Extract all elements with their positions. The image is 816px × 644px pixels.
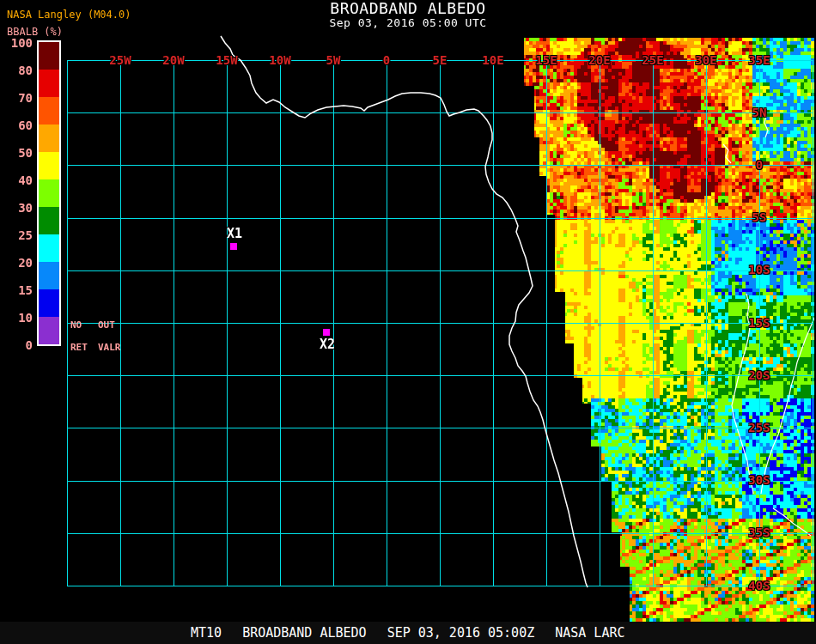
- credit-label: NASA Langley (M04.0): [7, 9, 131, 21]
- flag-ret: RET: [70, 342, 98, 353]
- footer-product: MT10: [191, 625, 222, 641]
- colorbar-tick-40: 40: [0, 175, 33, 185]
- colorbar-tick-50: 50: [0, 148, 33, 158]
- footer-source: NASA LARC: [555, 625, 624, 641]
- lon-label-30E: 30E: [695, 53, 716, 67]
- lat-label-0: 0: [756, 158, 763, 172]
- colorbar-tick-20: 20: [0, 258, 33, 268]
- lat-label-10S: 10S: [748, 263, 770, 276]
- flag-out: OUT: [98, 319, 136, 331]
- colorbar-segment-25-30: [39, 207, 59, 234]
- colorbar-segment-30-40: [39, 179, 59, 207]
- colorbar-segment-10-15: [39, 289, 59, 317]
- footer-datetime: SEP 03, 2016 05:00Z: [387, 625, 535, 641]
- marker-X2-label: X2: [320, 337, 335, 352]
- lon-label-25W: 25W: [109, 53, 131, 67]
- footer-bar: MT10 BROADBAND ALBEDO SEP 03, 2016 05:00…: [0, 622, 816, 644]
- footer-name: BROADBAND ALBEDO: [242, 625, 367, 641]
- colorbar-tick-25: 25: [0, 230, 33, 240]
- lon-label-25E: 25E: [642, 53, 663, 67]
- colorbar: [37, 40, 61, 346]
- colorbar-tick-30: 30: [0, 203, 33, 213]
- colorbar-tick-0: 0: [0, 340, 33, 350]
- lat-label-15S: 15S: [748, 316, 770, 330]
- colorbar-tick-100: 100: [0, 38, 33, 48]
- retrieval-flags-legend: NOOUTRETVALR: [70, 319, 136, 353]
- colorbar-segment-15-20: [39, 262, 59, 289]
- colorbar-segment-0-10: [39, 317, 59, 344]
- colorbar-segment-20-25: [39, 234, 59, 262]
- lon-label-10W: 10W: [269, 53, 290, 67]
- colorbar-tick-80: 80: [0, 65, 33, 76]
- flag-no: NO: [70, 319, 98, 331]
- lat-label-30S: 30S: [748, 473, 770, 487]
- lon-label-15W: 15W: [216, 53, 237, 67]
- colorbar-segment-50-60: [39, 125, 59, 152]
- colorbar-segment-80-100: [39, 42, 59, 70]
- lon-label-20W: 20W: [162, 53, 184, 67]
- lat-label-5N: 5N: [752, 106, 767, 119]
- colorbar-tick-70: 70: [0, 93, 33, 103]
- colorbar-tick-60: 60: [0, 120, 33, 131]
- flag-valr: VALR: [98, 342, 136, 353]
- lon-label-10E: 10E: [482, 53, 503, 67]
- lon-label-20E: 20E: [588, 53, 610, 67]
- lon-label-15E: 15E: [535, 53, 557, 67]
- lon-label-35E: 35E: [748, 53, 770, 67]
- lat-label-20S: 20S: [748, 368, 770, 382]
- marker-X1: [230, 243, 237, 250]
- lon-label-0: 0: [383, 53, 390, 67]
- lat-label-25S: 25S: [748, 421, 770, 434]
- colorbar-tick-10: 10: [0, 313, 33, 323]
- lat-label-40S: 40S: [748, 579, 770, 592]
- colorbar-tick-15: 15: [0, 285, 33, 295]
- map-overlay: BROADBAND ALBEDO Sep 03, 2016 05:00 UTC …: [0, 0, 816, 644]
- lon-label-5W: 5W: [326, 53, 341, 67]
- colorbar-segment-40-50: [39, 152, 59, 179]
- colorbar-segment-60-70: [39, 97, 59, 125]
- marker-X1-label: X1: [227, 226, 242, 241]
- albedo-map-viewer: BROADBAND ALBEDO Sep 03, 2016 05:00 UTC …: [0, 0, 816, 644]
- lat-label-35S: 35S: [748, 526, 770, 539]
- lat-label-5S: 5S: [752, 210, 767, 224]
- marker-X2: [323, 329, 330, 336]
- lon-label-5E: 5E: [433, 53, 448, 67]
- colorbar-segment-70-80: [39, 70, 59, 97]
